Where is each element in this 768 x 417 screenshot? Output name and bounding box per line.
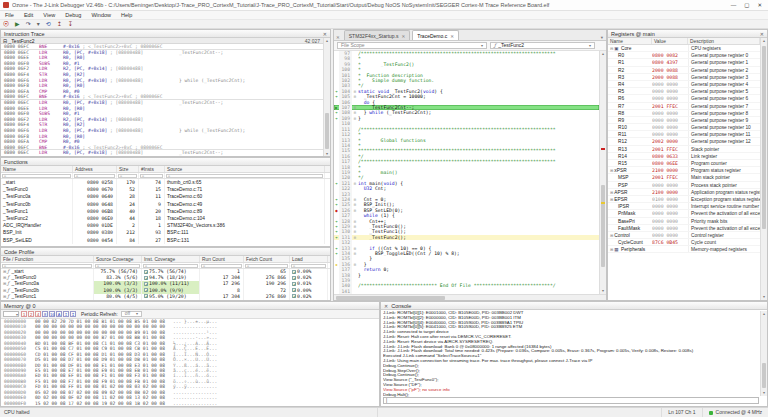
memory-toolbar-button[interactable]: ↥	[63, 311, 69, 317]
register-row[interactable]: R22000 0088General purpose register 2	[608, 67, 760, 74]
register-row[interactable]: R50000 0000General purpose register 5	[608, 88, 760, 95]
menu-item-file[interactable]: File	[0, 12, 19, 18]
function-row[interactable]: _TestFunc0a0800 06402811TraceDemo.c:60	[1, 193, 330, 200]
console-input[interactable]: |	[383, 397, 759, 404]
reset-button[interactable]: ⟲	[46, 20, 51, 28]
close-icon[interactable]: ✕	[323, 30, 327, 38]
register-row[interactable]: FaultMask0000 0000Prevent the activation…	[608, 225, 760, 232]
column-header-inst-coverage[interactable]: Inst. Coverage	[142, 256, 200, 262]
column-header-address[interactable]: Address	[73, 166, 117, 172]
file-scope-select[interactable]: File Scope▾	[337, 42, 487, 49]
register-row[interactable]: IPSR0000 0000Interrupt service routine n…	[608, 203, 760, 210]
close-icon[interactable]: ✕	[384, 302, 388, 310]
trace-row[interactable]: 0800 06ECLDRR0, [PC, #+0x18] ; [08000488…	[1, 150, 330, 156]
power-button[interactable]: ⦿	[3, 20, 9, 28]
register-row[interactable]: R00800 0082General purpose register 0	[608, 52, 760, 59]
checkbox[interactable]: ✓	[144, 276, 148, 280]
filter-input[interactable]: =	[245, 264, 288, 268]
register-row[interactable]: R32000 0088General purpose register 3	[608, 74, 760, 81]
checkbox[interactable]: ✓	[144, 270, 148, 274]
periodic-refresh-select[interactable]: off▾	[121, 311, 142, 317]
step-dropdown[interactable]: ▾	[37, 20, 40, 28]
memory-toolbar-button[interactable]: 1	[21, 311, 27, 317]
memory-toolbar-button[interactable]: 8	[42, 311, 48, 317]
step-over-button[interactable]: ↷	[26, 20, 31, 28]
filter-input[interactable]: =	[118, 174, 137, 178]
register-row[interactable]: R132001 FFECStack pointer	[608, 146, 760, 153]
checkbox[interactable]: ✓	[144, 288, 148, 292]
column-header-fetch-count[interactable]: Fetch Count	[244, 256, 290, 262]
register-row[interactable]: ⊞Control0000 0000Control register	[608, 232, 760, 239]
filter-input[interactable]: =	[2, 264, 92, 268]
column-header--insts[interactable]: #Insts	[139, 166, 165, 172]
register-row[interactable]: R40000 0000General purpose register 4	[608, 81, 760, 88]
menu-item-window[interactable]: Window	[86, 12, 116, 18]
register-row[interactable]: ⊞APSR2100 0000Application program status…	[608, 189, 760, 196]
register-row[interactable]: ⊞xPSR2100 0000Program status register	[608, 167, 760, 174]
register-row[interactable]: R110000 0000General purpose register 11	[608, 131, 760, 138]
checkbox[interactable]: ✓	[144, 282, 148, 286]
tab-tracedemo-c[interactable]: TraceDemo.c✕	[412, 30, 459, 40]
register-row[interactable]: R60000 0000General purpose register 6	[608, 95, 760, 102]
register-row[interactable]: ⊞▦ PeripheralsMemory-mapped registers	[608, 246, 760, 253]
register-row[interactable]: R140800 0633Link register	[608, 153, 760, 160]
memory-toolbar-button[interactable]: A	[56, 311, 62, 317]
memory-toolbar-button[interactable]: ↧	[70, 311, 76, 317]
register-row[interactable]: R90000 0000General purpose register 9	[608, 117, 760, 124]
register-row[interactable]: PriMask0000 0000Prevent the activation o…	[608, 210, 760, 217]
filter-input[interactable]: =	[291, 264, 326, 268]
menu-item-debug[interactable]: Debug	[60, 12, 86, 18]
register-row[interactable]: ⊟▣ CoreCPU registers	[608, 45, 760, 52]
column-header-name[interactable]: Name	[608, 38, 652, 44]
maximize-button[interactable]: ▢	[744, 2, 749, 8]
checkbox[interactable]: ✓	[292, 270, 296, 274]
function-row[interactable]: BSP_SetLED0800 04548427BSP.c:131	[1, 237, 330, 244]
run-button[interactable]: ▶	[15, 20, 20, 28]
function-row[interactable]: _start0800 025817074thumb_crt0.s:65	[1, 179, 330, 186]
register-row[interactable]: MSP2001 FFECMain stack pointer	[608, 174, 760, 181]
column-header-value[interactable]: Value	[652, 38, 688, 44]
column-header-file-function[interactable]: File / Function	[1, 256, 94, 262]
checkbox[interactable]: ✓	[292, 282, 296, 286]
console-scrollbar[interactable]: ▴ ▾	[760, 311, 767, 396]
filter-input[interactable]: =	[2, 174, 71, 178]
register-row[interactable]: R80000 0000General purpose register 8	[608, 110, 760, 117]
filter-input[interactable]: =	[140, 174, 163, 178]
minimize-button[interactable]: —	[731, 2, 737, 8]
function-row[interactable]: _TestFunc10800 06B84020TraceDemo.c:89	[1, 208, 330, 215]
close-icon[interactable]: ✕	[760, 30, 764, 38]
register-row[interactable]: CycleCount87C6 0B45Cycle count	[608, 239, 760, 246]
column-header-name[interactable]: Name	[1, 166, 73, 172]
column-header-source-coverage[interactable]: Source Coverage	[94, 256, 142, 262]
menu-item-view[interactable]: View	[38, 12, 60, 18]
step-out-button[interactable]: ↥	[57, 20, 62, 28]
close-icon[interactable]: ✕	[334, 35, 342, 40]
filter-input[interactable]: =	[95, 264, 140, 268]
checkbox[interactable]: ✓	[292, 288, 296, 292]
editor-horizontal-scrollbar[interactable]	[334, 294, 606, 300]
column-header-description[interactable]: Description	[688, 38, 760, 44]
register-row[interactable]: R122002 0000General purpose register 12	[608, 138, 760, 145]
filter-input[interactable]: =	[166, 174, 323, 178]
filter-input[interactable]: =	[143, 264, 198, 268]
register-row[interactable]: R72001 FFECGeneral purpose register 7	[608, 103, 760, 110]
function-select[interactable]: ƒ _TestFunc2 ▾	[490, 42, 595, 49]
editor-vertical-scrollbar[interactable]: ▴ ▾	[599, 51, 606, 294]
tab-stm32f4xx-startup-s[interactable]: STM32F4xx_Startup.s✕	[344, 30, 411, 40]
function-row[interactable]: _TestFunc0b0800 0648249TraceDemo.c:49	[1, 201, 330, 208]
column-header-run-count[interactable]: Run Count	[200, 256, 244, 262]
memory-address-combo[interactable]: ▾	[3, 311, 19, 317]
memory-row[interactable]: 000000F015 02 00 08 17 02 00 08 19 02 00…	[1, 401, 379, 406]
filter-input[interactable]: =	[74, 174, 115, 178]
column-header-load[interactable]: Load	[290, 256, 328, 262]
function-row[interactable]: _TestFunc20800 06E04418TraceDemo.c:104	[1, 215, 330, 222]
register-row[interactable]: R100000 0000General purpose register 10	[608, 124, 760, 131]
memory-toolbar-button[interactable]: 16	[49, 311, 55, 317]
close-button[interactable]: ✕	[757, 2, 762, 8]
register-row[interactable]: R10800 4397General purpose register 1	[608, 59, 760, 66]
trace-scrollbar[interactable]: ▴▾	[323, 38, 330, 157]
menu-item-help[interactable]: Help	[116, 12, 137, 18]
filter-input[interactable]: =	[201, 264, 242, 268]
close-icon[interactable]: ✕	[450, 34, 454, 39]
checkbox[interactable]: ✓	[292, 276, 296, 280]
